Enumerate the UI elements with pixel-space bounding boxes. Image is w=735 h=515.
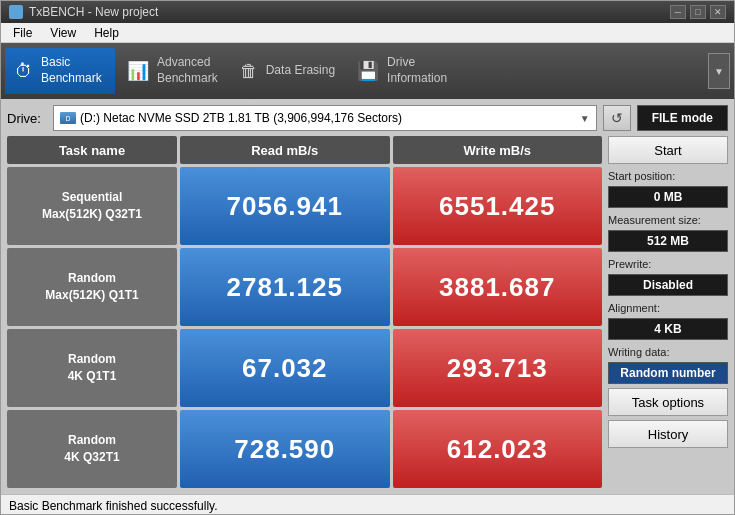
row-label-0: SequentialMax(512K) Q32T1 — [7, 167, 177, 245]
start-position-value: 0 MB — [608, 186, 728, 208]
writing-data-value: Random number — [608, 362, 728, 384]
drive-select-arrow-icon: ▼ — [580, 113, 590, 124]
benchmark-area: Task name Read mB/s Write mB/s Sequentia… — [7, 136, 728, 488]
alignment-value: 4 KB — [608, 318, 728, 340]
row-write-1: 3881.687 — [393, 248, 603, 326]
task-options-button[interactable]: Task options — [608, 388, 728, 416]
tab-data-erasing[interactable]: 🗑 Data Erasing — [230, 48, 345, 94]
tab-basic-benchmark[interactable]: ⏱ BasicBenchmark — [5, 48, 115, 94]
tab-erase-label: Data Erasing — [266, 63, 335, 79]
measurement-size-label: Measurement size: — [608, 214, 728, 226]
task-options-label: Task options — [632, 395, 704, 410]
start-button[interactable]: Start — [608, 136, 728, 164]
row-read-3: 728.590 — [180, 410, 390, 488]
header-task: Task name — [7, 136, 177, 164]
tab-advanced-benchmark[interactable]: 📊 AdvancedBenchmark — [117, 48, 228, 94]
start-label: Start — [654, 143, 681, 158]
status-text: Basic Benchmark finished successfully. — [9, 499, 218, 513]
header-read: Read mB/s — [180, 136, 390, 164]
close-button[interactable]: ✕ — [710, 5, 726, 19]
drive-refresh-button[interactable]: ↺ — [603, 105, 631, 131]
main-content: Drive: D (D:) Netac NVMe SSD 2TB 1.81 TB… — [1, 99, 734, 494]
row-label-2: Random4K Q1T1 — [7, 329, 177, 407]
menu-view[interactable]: View — [42, 24, 84, 42]
file-mode-label: FILE mode — [652, 111, 713, 125]
tab-dropdown-button[interactable]: ▼ — [708, 53, 730, 89]
tab-advanced-label: AdvancedBenchmark — [157, 55, 218, 86]
status-bar: Basic Benchmark finished successfully. — [1, 494, 734, 515]
app-icon — [9, 5, 23, 19]
tab-basic-label: BasicBenchmark — [41, 55, 102, 86]
window-title: TxBENCH - New project — [29, 5, 158, 19]
drive-label: Drive: — [7, 111, 47, 126]
header-write: Write mB/s — [393, 136, 603, 164]
right-panel: Start Start position: 0 MB Measurement s… — [608, 136, 728, 488]
tab-drive-label: DriveInformation — [387, 55, 447, 86]
start-position-label: Start position: — [608, 170, 728, 182]
drive-select-text: (D:) Netac NVMe SSD 2TB 1.81 TB (3,906,9… — [80, 111, 576, 125]
drive-icon: D — [60, 112, 76, 124]
history-label: History — [648, 427, 688, 442]
table-row: Random4K Q1T1 67.032 293.713 — [7, 329, 602, 407]
menu-file[interactable]: File — [5, 24, 40, 42]
writing-data-label: Writing data: — [608, 346, 728, 358]
title-bar: TxBENCH - New project ─ □ ✕ — [1, 1, 734, 23]
tab-bar: ⏱ BasicBenchmark 📊 AdvancedBenchmark 🗑 D… — [1, 43, 734, 99]
measurement-size-value: 512 MB — [608, 230, 728, 252]
table-header: Task name Read mB/s Write mB/s — [7, 136, 602, 164]
table-row: RandomMax(512K) Q1T1 2781.125 3881.687 — [7, 248, 602, 326]
menu-bar: File View Help — [1, 23, 734, 43]
menu-help[interactable]: Help — [86, 24, 127, 42]
window-controls: ─ □ ✕ — [670, 5, 726, 19]
refresh-icon: ↺ — [611, 110, 623, 126]
maximize-button[interactable]: □ — [690, 5, 706, 19]
benchmark-table: Task name Read mB/s Write mB/s Sequentia… — [7, 136, 602, 488]
row-read-1: 2781.125 — [180, 248, 390, 326]
tab-advanced-icon: 📊 — [127, 62, 149, 80]
drive-selector[interactable]: D (D:) Netac NVMe SSD 2TB 1.81 TB (3,906… — [53, 105, 597, 131]
prewrite-label: Prewrite: — [608, 258, 728, 270]
file-mode-button[interactable]: FILE mode — [637, 105, 728, 131]
row-read-0: 7056.941 — [180, 167, 390, 245]
row-write-2: 293.713 — [393, 329, 603, 407]
row-label-1: RandomMax(512K) Q1T1 — [7, 248, 177, 326]
prewrite-value: Disabled — [608, 274, 728, 296]
minimize-button[interactable]: ─ — [670, 5, 686, 19]
history-button[interactable]: History — [608, 420, 728, 448]
row-label-3: Random4K Q32T1 — [7, 410, 177, 488]
row-read-2: 67.032 — [180, 329, 390, 407]
row-write-0: 6551.425 — [393, 167, 603, 245]
alignment-label: Alignment: — [608, 302, 728, 314]
tab-drive-icon: 💾 — [357, 62, 379, 80]
table-row: SequentialMax(512K) Q32T1 7056.941 6551.… — [7, 167, 602, 245]
tab-drive-information[interactable]: 💾 DriveInformation — [347, 48, 457, 94]
tab-erase-icon: 🗑 — [240, 62, 258, 80]
row-write-3: 612.023 — [393, 410, 603, 488]
drive-row: Drive: D (D:) Netac NVMe SSD 2TB 1.81 TB… — [7, 105, 728, 131]
table-row: Random4K Q32T1 728.590 612.023 — [7, 410, 602, 488]
tab-basic-icon: ⏱ — [15, 62, 33, 80]
